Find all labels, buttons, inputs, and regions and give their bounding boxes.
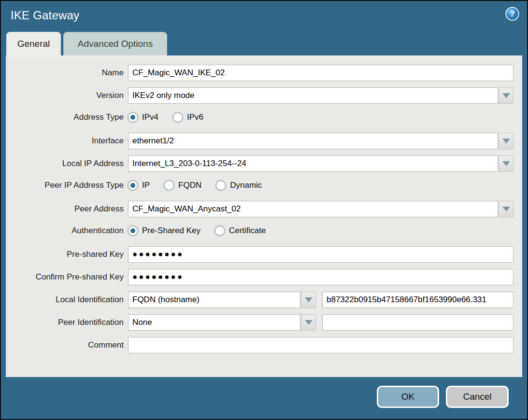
local-ip-address-label: Local IP Address xyxy=(6,159,128,168)
local-ip-address-input[interactable] xyxy=(128,155,498,172)
comment-label: Comment xyxy=(6,340,128,350)
name-label: Name xyxy=(6,68,128,78)
row-name: Name xyxy=(6,65,522,81)
tab-advanced-options[interactable]: Advanced Options xyxy=(63,32,167,56)
local-identification-value-input[interactable] xyxy=(322,292,514,308)
radio-ipv4-label: IPv4 xyxy=(142,112,158,122)
tab-general-label: General xyxy=(17,39,50,49)
version-dropdown-button[interactable] xyxy=(499,87,514,104)
dialog-title: IKE Gateway xyxy=(11,9,79,22)
pre-shared-key-input[interactable] xyxy=(128,246,514,263)
radio-peer-fqdn[interactable]: FQDN xyxy=(164,181,201,190)
row-version: Version xyxy=(6,87,522,104)
radio-certificate-label: Certificate xyxy=(229,226,266,236)
local-ip-address-dropdown-button[interactable] xyxy=(499,155,514,172)
ok-button[interactable]: OK xyxy=(377,386,439,408)
peer-identification-dropdown-button[interactable] xyxy=(301,314,316,331)
row-comment: Comment xyxy=(6,337,522,353)
dialog-titlebar: IKE Gateway ? xyxy=(1,1,527,32)
radio-peer-ip-label: IP xyxy=(142,181,150,190)
tab-advanced-options-label: Advanced Options xyxy=(78,39,153,49)
comment-input[interactable] xyxy=(128,337,514,353)
interface-label: Interface xyxy=(6,136,128,146)
peer-identification-label: Peer Identification xyxy=(6,318,128,327)
general-tab-panel: Name Version Address Type IPv4 xyxy=(6,56,522,377)
radio-ipv4-circle[interactable] xyxy=(128,112,138,122)
radio-certificate[interactable]: Certificate xyxy=(215,226,266,236)
local-identification-type-input[interactable] xyxy=(128,292,300,308)
radio-peer-ip-circle[interactable] xyxy=(128,181,138,190)
peer-identification-value-input[interactable] xyxy=(322,314,514,331)
confirm-pre-shared-key-label: Confirm Pre-shared Key xyxy=(6,272,128,282)
radio-ipv6-circle[interactable] xyxy=(173,112,183,122)
radio-certificate-circle[interactable] xyxy=(215,226,225,236)
chevron-down-icon xyxy=(305,297,313,302)
version-label: Version xyxy=(6,91,128,100)
peer-identification-type-input[interactable] xyxy=(128,314,300,331)
authentication-label: Authentication xyxy=(6,226,128,236)
tab-bar: General Advanced Options xyxy=(1,32,527,56)
radio-peer-fqdn-label: FQDN xyxy=(178,181,201,190)
peer-ip-address-type-label: Peer IP Address Type xyxy=(6,181,128,190)
row-confirm-pre-shared-key: Confirm Pre-shared Key xyxy=(6,269,522,285)
row-peer-address: Peer Address xyxy=(6,201,522,217)
peer-address-label: Peer Address xyxy=(6,204,128,214)
row-authentication: Authentication Pre-Shared Key Certificat… xyxy=(6,224,522,238)
peer-address-input[interactable] xyxy=(128,201,498,217)
chevron-down-icon xyxy=(502,161,510,166)
row-pre-shared-key: Pre-shared Key xyxy=(6,246,522,263)
dialog-footer: OK Cancel xyxy=(1,377,527,419)
chevron-down-icon xyxy=(502,139,510,143)
radio-peer-dynamic-circle[interactable] xyxy=(216,181,226,190)
radio-peer-fqdn-circle[interactable] xyxy=(164,181,174,190)
chevron-down-icon xyxy=(502,93,510,98)
radio-ipv6-label: IPv6 xyxy=(187,112,203,122)
radio-peer-dynamic-label: Dynamic xyxy=(230,181,262,190)
row-local-ip-address: Local IP Address xyxy=(6,155,522,172)
version-input[interactable] xyxy=(128,87,498,104)
row-local-identification: Local Identification xyxy=(6,292,522,308)
chevron-down-icon xyxy=(305,320,313,325)
radio-pre-shared-key[interactable]: Pre-Shared Key xyxy=(128,226,200,236)
interface-input[interactable] xyxy=(128,133,498,149)
help-icon[interactable]: ? xyxy=(505,7,519,21)
row-peer-identification: Peer Identification xyxy=(6,314,522,331)
pre-shared-key-label: Pre-shared Key xyxy=(6,250,128,259)
name-input[interactable] xyxy=(128,65,514,81)
interface-dropdown-button[interactable] xyxy=(499,133,514,149)
ike-gateway-dialog: IKE Gateway ? General Advanced Options N… xyxy=(0,0,528,420)
help-glyph: ? xyxy=(510,10,515,18)
tab-general[interactable]: General xyxy=(6,32,61,56)
peer-address-dropdown-button[interactable] xyxy=(499,201,514,217)
row-peer-ip-address-type: Peer IP Address Type IP FQDN Dynamic xyxy=(6,178,522,193)
radio-peer-ip[interactable]: IP xyxy=(128,181,150,190)
radio-peer-dynamic[interactable]: Dynamic xyxy=(216,181,262,190)
cancel-button[interactable]: Cancel xyxy=(446,386,509,408)
local-identification-label: Local Identification xyxy=(6,295,128,305)
confirm-pre-shared-key-input[interactable] xyxy=(128,269,514,285)
address-type-label: Address Type xyxy=(6,112,128,122)
chevron-down-icon xyxy=(502,207,510,211)
radio-pre-shared-key-label: Pre-Shared Key xyxy=(142,226,200,236)
local-identification-dropdown-button[interactable] xyxy=(301,292,316,308)
row-address-type: Address Type IPv4 IPv6 xyxy=(6,110,522,125)
radio-ipv4[interactable]: IPv4 xyxy=(128,112,158,122)
radio-ipv6[interactable]: IPv6 xyxy=(173,112,203,122)
row-interface: Interface xyxy=(6,133,522,149)
radio-pre-shared-key-circle[interactable] xyxy=(128,226,138,236)
